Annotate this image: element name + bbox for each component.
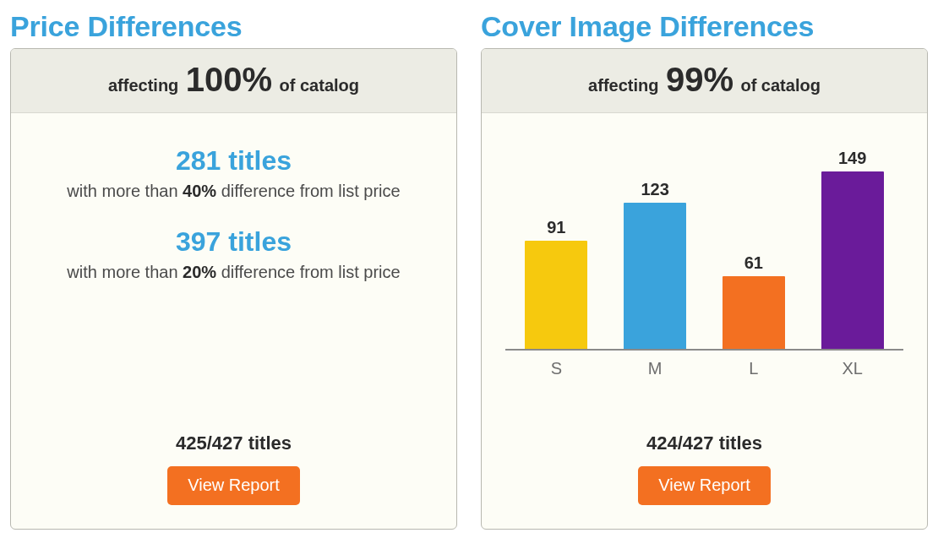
- price-card-title: Price Differences: [10, 10, 457, 43]
- bar-label-m: M: [606, 359, 705, 378]
- price-card: affecting 100% of catalog 281 titles wit…: [10, 48, 457, 530]
- cover-card-header: affecting 99% of catalog: [482, 49, 927, 113]
- cover-card-title: Cover Image Differences: [481, 10, 928, 43]
- cover-differences-section: Cover Image Differences affecting 99% of…: [481, 10, 928, 530]
- cover-view-report-button[interactable]: View Report: [638, 466, 771, 505]
- price-card-body: 281 titles with more than 40% difference…: [11, 113, 456, 529]
- bar-value-m: 123: [641, 180, 668, 199]
- cover-header-pct: 99%: [663, 61, 737, 98]
- price-header-post: of catalog: [280, 76, 359, 95]
- bar-col-xl: 149: [803, 135, 902, 349]
- cover-chart: 9112361149 SMLXL: [505, 135, 903, 378]
- price-stat-1-sub: with more than 20% difference from list …: [67, 261, 400, 284]
- bar-s: [525, 241, 587, 349]
- price-stat-1: 397 titles with more than 20% difference…: [67, 226, 400, 284]
- cover-card-body: 9112361149 SMLXL 424/427 titles View Rep…: [482, 113, 927, 529]
- price-totals: 425/427 titles: [176, 416, 292, 454]
- price-stat-0-bold: 40%: [183, 182, 216, 200]
- cover-chart-bars: 9112361149: [505, 135, 903, 351]
- cover-card: affecting 99% of catalog 9112361149 SMLX…: [481, 48, 928, 530]
- bar-label-s: S: [507, 359, 606, 378]
- price-header-pct: 100%: [183, 61, 275, 98]
- price-stat-1-post: difference from list price: [221, 263, 401, 281]
- bar-col-l: 61: [705, 135, 804, 349]
- bar-xl: [821, 171, 884, 349]
- bar-label-l: L: [705, 359, 804, 378]
- price-stat-0-post: difference from list price: [221, 182, 401, 200]
- price-stat-0-sub: with more than 40% difference from list …: [67, 180, 400, 203]
- price-stat-0-pre: with more than: [67, 182, 177, 200]
- bar-value-l: 61: [744, 253, 763, 273]
- cover-chart-labels: SMLXL: [505, 351, 903, 378]
- price-stat-1-bold: 20%: [183, 263, 216, 281]
- bar-label-xl: XL: [803, 359, 902, 378]
- price-differences-section: Price Differences affecting 100% of cata…: [10, 10, 457, 530]
- price-view-report-button[interactable]: View Report: [167, 466, 300, 505]
- price-header-pre: affecting: [108, 76, 178, 95]
- price-stat-0: 281 titles with more than 40% difference…: [67, 145, 400, 203]
- bar-m: [624, 203, 686, 349]
- bar-l: [723, 276, 785, 349]
- cover-header-post: of catalog: [740, 76, 820, 95]
- cover-header-pre: affecting: [588, 76, 658, 95]
- price-card-header: affecting 100% of catalog: [11, 49, 456, 113]
- bar-col-m: 123: [606, 135, 705, 349]
- price-stat-0-headline: 281 titles: [67, 145, 400, 177]
- bar-value-s: 91: [547, 218, 565, 237]
- cover-totals: 424/427 titles: [646, 416, 762, 454]
- bar-value-xl: 149: [838, 149, 866, 168]
- bar-col-s: 91: [507, 135, 606, 349]
- price-stat-1-pre: with more than: [67, 263, 177, 281]
- price-stat-1-headline: 397 titles: [67, 226, 400, 258]
